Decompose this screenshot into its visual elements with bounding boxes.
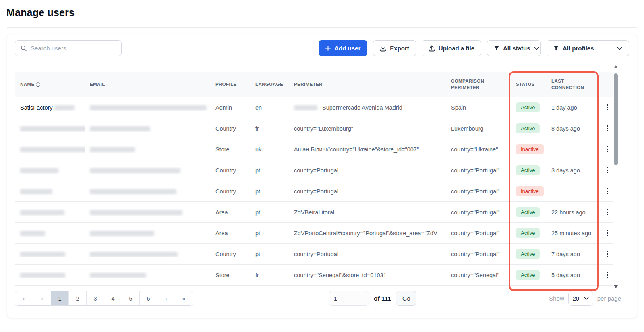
user-comparison-perimeter: country="Portugal" — [446, 230, 511, 237]
redacted-perimeter-prefix — [294, 105, 317, 110]
users-card: Add user Export Upload a file All status — [7, 34, 637, 318]
page-button-6[interactable]: 6 — [139, 291, 157, 305]
pager: «‹123456›» — [15, 291, 193, 306]
column-header-perimeter: PERIMETER — [289, 81, 446, 88]
page-prev-button[interactable]: ‹ — [33, 291, 51, 305]
page-jump-group: of 111 Go — [329, 291, 416, 306]
column-header-email: EMAIL — [85, 81, 210, 88]
table-body: SatisFactory Admin en Supermercado Aveni… — [15, 97, 613, 286]
redacted-email — [90, 210, 182, 215]
redacted-email — [90, 147, 135, 152]
redacted-email — [90, 273, 146, 278]
page-last-button[interactable]: » — [175, 291, 193, 305]
user-profile: Country — [210, 251, 250, 257]
user-name: SatisFactory — [20, 104, 53, 111]
column-header-name[interactable]: NAME — [15, 81, 85, 88]
user-last-connection: 25 minutes ago — [546, 230, 598, 237]
search-box[interactable] — [15, 40, 122, 56]
status-badge: Active — [516, 123, 540, 133]
scroll-up-arrow-icon[interactable] — [614, 65, 618, 68]
kebab-menu-button[interactable] — [604, 124, 611, 133]
user-language: pt — [250, 230, 289, 237]
page-title: Manage users — [6, 7, 75, 19]
table-row: Area pt ZdVPortoCentral#country="Portuga… — [15, 223, 613, 244]
kebab-menu-button[interactable] — [604, 270, 611, 280]
kebab-menu-button[interactable] — [604, 249, 611, 259]
column-header-language: LANGUAGE — [250, 81, 289, 88]
user-language: pt — [250, 188, 289, 195]
per-page-label: per page — [597, 295, 621, 302]
profiles-filter-label: All profiles — [563, 45, 594, 52]
redacted-email — [90, 126, 150, 131]
table-header-row: NAME EMAIL PROFILE LANGUAGE PERIMETER CO… — [15, 72, 613, 97]
user-language: uk — [250, 146, 289, 153]
user-perimeter: ZdVBeiraLitoral — [294, 209, 334, 216]
total-pages-label: of 111 — [374, 295, 391, 302]
user-last-connection: 1 day ago — [546, 104, 598, 111]
page-size-group: Show 20 per page — [549, 291, 621, 306]
column-header-comparison-perimeter: COMPARISON PERIMETER — [446, 78, 494, 91]
page-button-3[interactable]: 3 — [86, 291, 104, 305]
scrollbar-thumb[interactable] — [614, 73, 618, 165]
toolbar-buttons: Add user Export Upload a file All status — [319, 40, 629, 56]
page-jump-input[interactable] — [329, 291, 369, 306]
status-badge: Active — [516, 249, 540, 259]
user-profile: Store — [210, 146, 250, 153]
page-size-select[interactable]: 20 — [568, 291, 593, 306]
table-row: SatisFactory Admin en Supermercado Aveni… — [15, 97, 613, 118]
upload-label: Upload a file — [439, 45, 474, 52]
column-header-status: STATUS — [511, 81, 546, 88]
page-next-button[interactable]: › — [157, 291, 175, 305]
kebab-menu-button[interactable] — [604, 166, 611, 175]
chevron-down-icon — [584, 297, 589, 300]
upload-file-button[interactable]: Upload a file — [422, 40, 481, 56]
user-profile: Admin — [210, 104, 250, 111]
add-user-label: Add user — [334, 45, 360, 52]
export-button[interactable]: Export — [373, 40, 416, 56]
user-comparison-perimeter: country="Portugal" — [446, 209, 511, 216]
user-perimeter: country=Portugal — [294, 167, 338, 174]
page-button-5[interactable]: 5 — [122, 291, 139, 305]
user-comparison-perimeter: country="Ukraine" — [446, 146, 511, 153]
user-profile: Country — [210, 125, 250, 132]
user-comparison-perimeter: country="Portugal" — [446, 188, 511, 195]
sort-icon — [36, 82, 40, 87]
kebab-menu-button[interactable] — [604, 208, 611, 217]
pagination-bar: «‹123456›» of 111 Go Show 20 per page — [15, 291, 629, 306]
status-filter-dropdown[interactable]: All status — [487, 40, 541, 56]
user-profile: Area — [210, 230, 250, 237]
redacted-name — [20, 273, 65, 278]
vertical-scrollbar — [613, 64, 619, 289]
kebab-menu-button[interactable] — [604, 145, 611, 154]
page-button-1[interactable]: 1 — [51, 291, 68, 305]
filter-icon — [553, 46, 559, 51]
redacted-name — [20, 231, 45, 236]
table-row: Country fr country="Luxembourg" Luxembou… — [15, 118, 613, 139]
chevron-down-icon — [617, 47, 622, 50]
user-comparison-perimeter: country="Senegal" — [446, 272, 511, 278]
page-button-4[interactable]: 4 — [104, 291, 122, 305]
status-badge: Active — [516, 270, 540, 280]
table-row: Store uk Ашан Біличі#country="Ukraine"&s… — [15, 139, 613, 160]
user-last-connection: 22 hours ago — [546, 209, 598, 216]
kebab-menu-button[interactable] — [604, 187, 611, 196]
page-button-2[interactable]: 2 — [68, 291, 86, 305]
profiles-filter-dropdown[interactable]: All profiles — [547, 40, 629, 56]
user-profile: Store — [210, 272, 250, 278]
status-badge: Inactive — [516, 186, 544, 196]
page-first-button[interactable]: « — [15, 291, 33, 305]
user-perimeter: Ашан Біличі#country="Ukraine"&store_id="… — [294, 146, 419, 153]
title-divider — [7, 27, 637, 28]
user-last-connection: 7 days ago — [546, 251, 598, 257]
kebab-menu-button[interactable] — [604, 103, 611, 112]
scroll-down-arrow-icon[interactable] — [614, 285, 618, 288]
user-last-connection: 5 days ago — [546, 272, 598, 278]
search-input[interactable] — [31, 45, 116, 52]
user-perimeter: country=Portugal — [294, 251, 338, 257]
add-user-button[interactable]: Add user — [319, 40, 367, 56]
redacted-email — [90, 105, 207, 110]
go-button[interactable]: Go — [396, 291, 416, 306]
kebab-menu-button[interactable] — [604, 228, 611, 238]
header-name-label: NAME — [20, 81, 34, 88]
user-language: fr — [250, 272, 289, 278]
